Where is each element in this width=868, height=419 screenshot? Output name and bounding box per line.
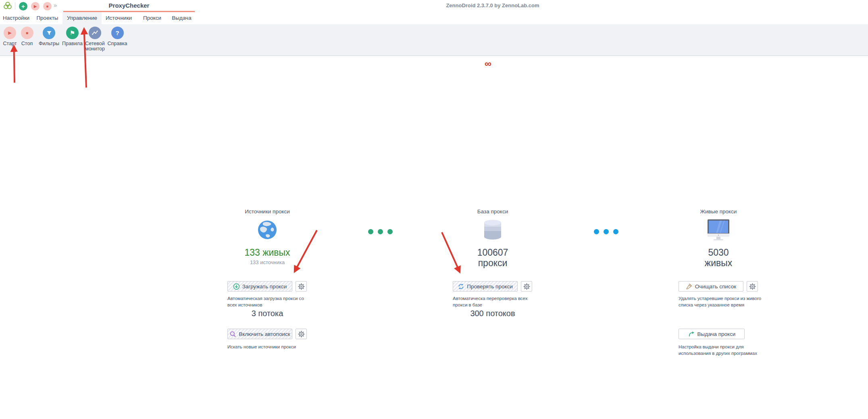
proxy-output-description: Настройка выдачи прокси для использовани… (679, 344, 765, 356)
flow-dot-blue (594, 229, 599, 234)
live-title: Живые прокси (662, 208, 775, 215)
flag-icon: ⚑ (66, 27, 79, 39)
flow-dot-green (378, 229, 383, 234)
quick-add-button[interactable]: + (19, 2, 27, 10)
base-description: Автоматическа перепроверка всех прокси в… (453, 296, 539, 308)
autosearch-button[interactable]: Включить автопоиск (227, 329, 292, 339)
base-threads: 300 потоков (436, 309, 549, 318)
start-button[interactable]: ▶ Старт (1, 27, 19, 46)
tab-settings[interactable]: Настройки (0, 12, 32, 24)
check-proxies-settings-button[interactable] (521, 281, 532, 292)
gear-icon (298, 283, 305, 290)
filter-icon (43, 27, 55, 39)
loop-infinity-symbol: ∞ (485, 59, 491, 69)
tab-projects[interactable]: Проекты (32, 12, 62, 24)
autosearch-magnifier-icon (229, 331, 236, 338)
play-icon: ▶ (4, 27, 16, 39)
refresh-icon (458, 283, 464, 290)
sources-live-count: 133 живых (211, 247, 324, 258)
gear-icon (523, 283, 531, 290)
proxy-output-button[interactable]: Выдача прокси (679, 329, 745, 339)
help-button[interactable]: ? Справка (106, 27, 129, 46)
sources-description: Автоматическая загрузка прокси со всех и… (227, 296, 314, 308)
proxychecker-window: + ▶ ■ » ProxyChecker ZennoDroid 2.3.7.0 … (0, 0, 868, 419)
base-count-label: прокси (436, 258, 549, 269)
load-proxies-settings-button[interactable] (296, 281, 307, 292)
flow-dot-blue (613, 229, 618, 234)
stop-icon: ■ (21, 27, 33, 39)
flow-dot-blue (604, 229, 609, 234)
autosearch-settings-button[interactable] (296, 329, 307, 339)
database-icon (436, 218, 549, 242)
gear-icon (749, 283, 756, 290)
quick-stop-button[interactable]: ■ (43, 2, 52, 10)
filters-button[interactable]: Фильтры (37, 27, 60, 46)
live-count: 5030 (662, 247, 775, 258)
base-count: 100607 (436, 247, 549, 258)
flow-dot-green (387, 229, 393, 234)
export-arrow-icon (688, 331, 695, 337)
sources-column: Источники прокси 133 живых 133 источника (211, 207, 324, 372)
clean-list-settings-button[interactable] (747, 281, 758, 292)
titlebar-separator (15, 2, 15, 9)
globe-icon (211, 218, 324, 242)
ribbon-toolbar: ▶ Старт ■ Стоп Фильтры ⚑ Правила (0, 24, 868, 56)
window-title: ZennoDroid 2.3.7.0 by ZennoLab.com (432, 2, 553, 8)
tab-output[interactable]: Выдача (169, 12, 195, 24)
tab-proxies[interactable]: Прокси (136, 12, 169, 24)
download-icon (233, 283, 240, 290)
rules-button[interactable]: ⚑ Правила (61, 27, 83, 46)
quick-start-button[interactable]: ▶ (31, 2, 40, 10)
brush-icon (686, 283, 693, 290)
clean-list-button[interactable]: Очищать список (679, 281, 743, 292)
app-title: ProxyChecker (63, 2, 195, 9)
live-column: Живые прокси 5030 живых (662, 207, 775, 372)
gear-icon (298, 330, 305, 338)
help-icon: ? (111, 27, 124, 39)
sources-total-count: 133 источника (211, 259, 324, 265)
autosearch-description: Искать новые источники прокси (227, 344, 314, 350)
dashboard: ∞ Источники прокси 133 ж (0, 56, 868, 419)
zennolab-logo-icon (3, 1, 12, 10)
base-title: База прокси (436, 208, 549, 215)
tab-sources[interactable]: Источники (102, 12, 136, 24)
tab-management[interactable]: Управление (62, 12, 102, 24)
monitor-icon (662, 218, 775, 242)
clean-list-description: Удалять устаревшие прокси из живого спис… (679, 296, 765, 308)
network-monitor-icon (89, 27, 101, 39)
base-column: База прокси 100607 прокси (436, 207, 549, 372)
toolbar-overflow-chevron-icon[interactable]: » (54, 2, 56, 8)
sources-threads: 3 потока (211, 309, 324, 318)
title-bar: + ▶ ■ » ProxyChecker ZennoDroid 2.3.7.0 … (0, 0, 868, 12)
flow-dot-green (368, 229, 373, 234)
live-count-label: живых (662, 258, 775, 269)
network-monitor-button[interactable]: Сетевой монитор (84, 27, 106, 52)
sources-title: Источники прокси (211, 208, 324, 215)
check-proxies-button[interactable]: Проверять прокси (453, 281, 518, 292)
stop-button[interactable]: ■ Стоп (19, 27, 35, 46)
load-proxies-button[interactable]: Загружать прокси (227, 281, 292, 292)
